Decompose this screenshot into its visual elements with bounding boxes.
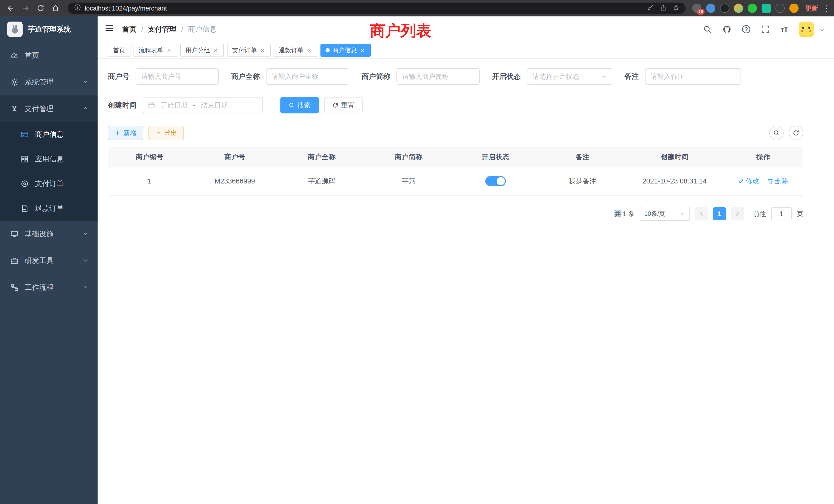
avatar-dropdown-caret-icon[interactable] [820,25,825,35]
chevron-down-icon [83,283,88,292]
create-time-range-picker[interactable]: - [143,97,263,113]
help-icon[interactable] [742,25,750,33]
extension-badge: 10 [697,9,705,15]
export-button[interactable]: 导出 [148,126,184,140]
add-button[interactable]: 新增 [108,126,143,140]
refresh-icon [332,102,338,108]
sidebar-item-infrastructure[interactable]: 基础设施 [0,221,97,247]
next-page-button[interactable] [731,207,744,220]
filter-row-1: 商户号 商户全称 商户简称 开启状态 请选择开启状态 [108,68,803,85]
red-annotation-merchant-list: 商户列表 [370,21,431,41]
field-remark: 备注 [624,68,741,85]
sidebar-item-dev-tools[interactable]: 研发工具 [0,247,97,274]
sidebar-item-workflow[interactable]: 工作流程 [0,274,97,301]
search-button[interactable]: 搜索 [280,97,319,113]
table-toolbar: 新增 导出 [108,126,803,140]
browser-forward-icon[interactable] [20,3,31,14]
url-text[interactable]: localhost:1024/pay/merchant [85,5,643,12]
tab-refund-order[interactable]: 退款订单 [274,44,317,57]
extension-icon-pinwheel[interactable] [775,4,785,13]
page-size-select[interactable]: 10条/页 [640,207,690,221]
merchant-no-input[interactable] [136,68,219,85]
browser-update-button[interactable]: 更新 [805,4,818,13]
merchant-short-input[interactable] [396,68,480,85]
user-avatar[interactable] [798,22,814,37]
sidebar-item-refund-order[interactable]: 退款订单 [0,196,97,221]
address-bar[interactable]: localhost:1024/pay/merchant [68,3,686,14]
refresh-table-button[interactable] [789,126,803,140]
dashboard-icon [10,51,19,60]
extensions-puzzle-icon[interactable]: 10 [692,4,702,13]
site-info-icon[interactable] [74,4,81,13]
extension-icon-green-square[interactable] [762,4,771,13]
edit-link[interactable]: 修改 [738,177,759,186]
hamburger-icon[interactable] [105,24,114,35]
tab-home[interactable]: 首页 [108,44,130,57]
cell-merchant-name: 芋道源码 [278,167,365,195]
sidebar-item-home[interactable]: 首页 [0,42,97,69]
chevron-left-icon [699,211,704,216]
field-status: 开启状态 请选择开启状态 [492,68,612,85]
app-logo[interactable]: 芋道管理系统 [0,17,97,42]
toolbar-right-icons [769,126,803,140]
tab-process-form[interactable]: 流程表单 [133,44,177,57]
close-icon[interactable] [306,47,312,54]
share-icon[interactable] [660,4,666,13]
sidebar-item-system[interactable]: 系统管理 [0,69,97,95]
remark-input[interactable] [645,68,741,85]
browser-reload-icon[interactable] [35,3,46,14]
chevron-down-icon [680,211,685,216]
sidebar-item-app-info[interactable]: 应用信息 [0,147,97,171]
status-select[interactable]: 请选择开启状态 [527,68,612,85]
merchant-name-input[interactable] [266,68,349,85]
filter-row-2: 创建时间 - 搜索 重置 [108,97,803,113]
close-icon[interactable] [359,47,366,54]
breadcrumb-home[interactable]: 首页 [122,24,137,34]
search-icon[interactable] [703,25,712,33]
refresh-icon [793,130,799,136]
cell-merchant-no: M233666999 [191,167,278,195]
sidebar-item-merchant-info[interactable]: 商户信息 [0,122,97,147]
tab-merchant-info[interactable]: 商户信息 [321,44,371,57]
profile-avatar-icon[interactable] [789,4,798,13]
delete-link[interactable]: 删除 [767,177,788,186]
page-number-1[interactable]: 1 [713,207,726,220]
sidebar-item-pay-order[interactable]: 支付订单 [0,171,97,196]
breadcrumb-payment[interactable]: 支付管理 [148,24,177,34]
tab-user-group[interactable]: 用户分组 [180,44,224,57]
monitor-icon [10,230,19,238]
field-merchant-no: 商户号 [108,68,219,85]
chevron-down-icon [83,78,88,86]
font-size-icon[interactable] [781,25,788,33]
tag-view-bar: 首页 流程表单 用户分组 支付订单 退款订单 [97,42,834,59]
sidebar-item-payment[interactable]: ¥ 支付管理 [0,95,97,122]
chevron-down-icon [601,74,607,79]
browser-home-icon[interactable] [50,3,61,14]
close-icon[interactable] [166,47,172,54]
rabbit-logo-icon [7,22,23,37]
password-key-icon[interactable] [647,4,654,13]
fullscreen-icon[interactable] [761,25,770,33]
close-icon[interactable] [213,47,219,54]
end-date-input[interactable] [198,101,230,109]
bookmark-star-icon[interactable] [673,4,679,13]
start-date-input[interactable] [158,101,190,109]
chevron-up-icon [83,105,88,113]
browser-extensions: 10 [692,4,798,13]
tab-pay-order[interactable]: 支付订单 [227,44,271,57]
chevron-down-icon [83,257,88,265]
chevron-down-icon [83,230,88,238]
extension-icon-blue[interactable] [706,4,716,13]
goto-page-input[interactable] [771,207,792,221]
reset-button[interactable]: 重置 [324,97,363,113]
extension-icon-dark[interactable] [720,4,729,13]
browser-back-icon[interactable] [5,3,17,14]
browser-menu-kebab-icon[interactable] [823,4,829,13]
status-toggle[interactable] [485,176,506,186]
extension-icon-avatar[interactable] [734,4,743,13]
toggle-search-button[interactable] [769,126,784,140]
extension-icon-green-circle[interactable] [748,4,757,13]
prev-page-button[interactable] [695,207,708,220]
close-icon[interactable] [259,47,265,54]
github-icon[interactable] [723,25,731,33]
